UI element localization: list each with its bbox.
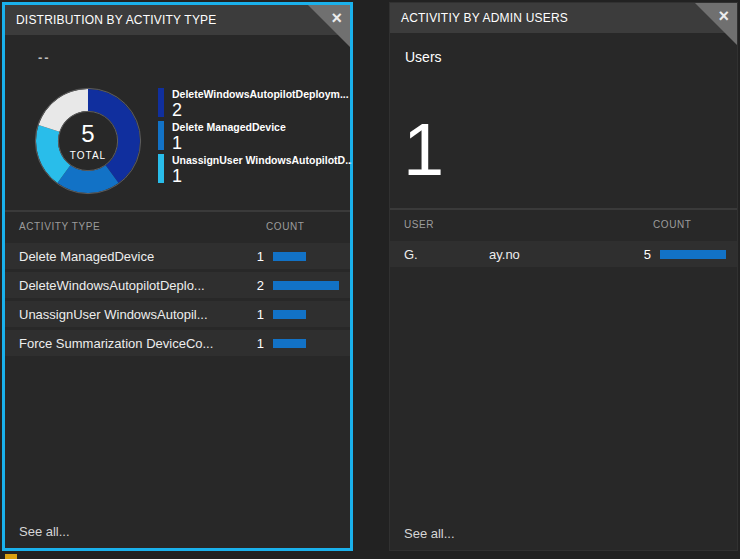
tile-activity-by-admin-users[interactable]: ACTIVITIY BY ADMIN USERS × Users 1 USER … (389, 2, 738, 551)
legend-label: DeleteWindowsAutopilotDeploym... (172, 88, 349, 100)
row-label: Delete ManagedDevice (19, 249, 248, 264)
count-cell: 1 (248, 249, 340, 264)
donut-outline (58, 111, 117, 170)
see-all-link[interactable]: See all... (404, 526, 455, 541)
legend-swatch (158, 88, 164, 117)
see-all-link[interactable]: See all... (19, 524, 70, 539)
legend-item: DeleteWindowsAutopilotDeploym...2 (158, 88, 352, 117)
column-header-count: COUNT (635, 219, 727, 230)
table-body: G.ay.no5 (390, 241, 737, 267)
table-row[interactable]: DeleteWindowsAutopilotDeplo...2 (5, 272, 350, 298)
legend-swatch (158, 121, 164, 150)
count-value: 1 (248, 307, 264, 322)
count-bar (273, 252, 339, 261)
legend-value: 1 (172, 167, 352, 183)
table-header-row: ACTIVITY TYPE COUNT (5, 212, 350, 240)
corner-triangle (308, 5, 350, 47)
users-table: USER COUNT G.ay.no5 (390, 208, 737, 267)
tile-title: DISTRIBUTION BY ACTIVITY TYPE (16, 5, 217, 35)
row-label: UnassignUser WindowsAutopil... (19, 307, 248, 322)
legend-label: Delete ManagedDevice (172, 121, 286, 133)
user-suffix: ay.no (489, 247, 520, 262)
table-row[interactable]: G.ay.no5 (390, 241, 737, 267)
count-value: 2 (248, 278, 264, 293)
table-header-row: USER COUNT (390, 210, 737, 238)
tile-header: ACTIVITIY BY ADMIN USERS (390, 3, 737, 33)
count-bar (273, 339, 339, 348)
legend-swatch (158, 154, 164, 183)
row-label: G.ay.no (404, 247, 635, 262)
table-body: Delete ManagedDevice1DeleteWindowsAutopi… (5, 243, 350, 356)
donut-svg (33, 86, 143, 196)
partial-tile-fragment (5, 554, 17, 559)
legend-value: 2 (172, 101, 349, 117)
user-prefix: G. (404, 247, 489, 262)
activity-table: ACTIVITY TYPE COUNT Delete ManagedDevice… (5, 210, 350, 356)
tile-distribution-by-activity-type[interactable]: DISTRIBUTION BY ACTIVITY TYPE × -- 5 TOT… (2, 2, 353, 551)
tile-title: ACTIVITIY BY ADMIN USERS (401, 3, 568, 33)
count-bar (660, 250, 726, 259)
count-cell: 5 (635, 247, 727, 262)
count-value: 5 (635, 247, 651, 262)
count-value: 1 (248, 336, 264, 351)
tile-header: DISTRIBUTION BY ACTIVITY TYPE (5, 5, 350, 35)
row-label: DeleteWindowsAutopilotDeplo... (19, 278, 248, 293)
metric-label: Users (405, 49, 442, 65)
table-row[interactable]: Force Summarization DeviceCo...1 (5, 330, 350, 356)
count-bar (273, 310, 339, 319)
legend-item: UnassignUser WindowsAutopilotD...1 (158, 154, 352, 183)
donut-legend: DeleteWindowsAutopilotDeploym...2Delete … (158, 88, 352, 187)
column-header-activity-type: ACTIVITY TYPE (19, 221, 248, 232)
placeholder-dashes: -- (38, 50, 51, 65)
corner-triangle (695, 3, 737, 45)
count-cell: 1 (248, 307, 340, 322)
donut-chart: 5 TOTAL (33, 86, 143, 196)
count-cell: 1 (248, 336, 340, 351)
legend-item: Delete ManagedDevice1 (158, 121, 352, 150)
column-header-count: COUNT (248, 221, 340, 232)
metric-value: 1 (403, 113, 444, 187)
count-cell: 2 (248, 278, 340, 293)
close-icon[interactable]: × (331, 9, 342, 27)
row-label: Force Summarization DeviceCo... (19, 336, 248, 351)
dashboard: DISTRIBUTION BY ACTIVITY TYPE × -- 5 TOT… (0, 0, 740, 559)
column-header-user: USER (404, 219, 635, 230)
legend-label: UnassignUser WindowsAutopilotD... (172, 154, 352, 166)
close-icon[interactable]: × (718, 7, 729, 25)
legend-value: 1 (172, 134, 286, 150)
table-row[interactable]: Delete ManagedDevice1 (5, 243, 350, 269)
count-bar (273, 281, 339, 290)
count-value: 1 (248, 249, 264, 264)
table-row[interactable]: UnassignUser WindowsAutopil...1 (5, 301, 350, 327)
